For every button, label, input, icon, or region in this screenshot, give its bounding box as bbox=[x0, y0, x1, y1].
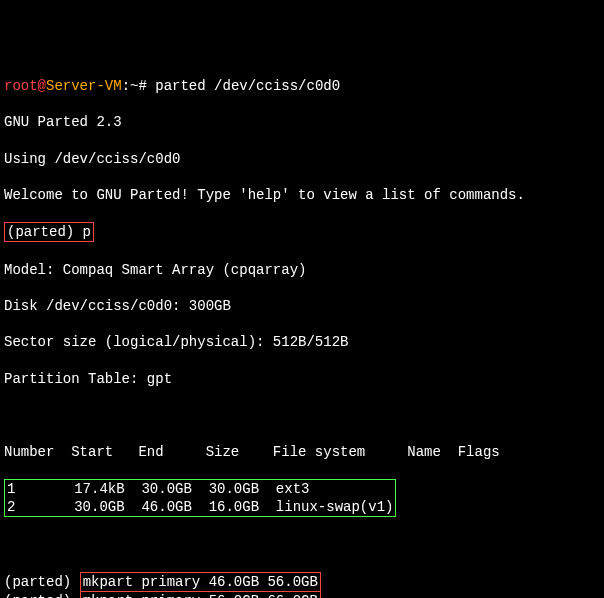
disk-line: Disk /dev/cciss/c0d0: 300GB bbox=[4, 297, 600, 315]
highlight-mkpart: mkpart primary 46.0GB 56.0GB bbox=[80, 572, 321, 592]
version-line: GNU Parted 2.3 bbox=[4, 113, 600, 131]
using-line: Using /dev/cciss/c0d0 bbox=[4, 150, 600, 168]
prompt-host: Server-VM bbox=[46, 78, 122, 94]
model-line: Model: Compaq Smart Array (cpqarray) bbox=[4, 261, 600, 279]
mkpart-line: (parted) mkpart primary 56.0GB 66.0GB bbox=[4, 592, 600, 598]
command-text: parted /dev/cciss/c0d0 bbox=[155, 78, 340, 94]
mkpart-line: (parted) mkpart primary 46.0GB 56.0GB bbox=[4, 572, 600, 592]
highlight-mkpart: mkpart primary 56.0GB 66.0GB bbox=[80, 592, 321, 598]
parted-prefix: (parted) bbox=[4, 593, 80, 598]
table-row: 1 17.4kB 30.0GB 30.0GB ext3 bbox=[7, 480, 393, 498]
welcome-line: Welcome to GNU Parted! Type 'help' to vi… bbox=[4, 186, 600, 204]
mkpart-cmd: mkpart primary 56.0GB 66.0GB bbox=[83, 593, 318, 598]
shell-prompt-line: root@Server-VM:~# parted /dev/cciss/c0d0 bbox=[4, 77, 600, 95]
mkpart-cmd: mkpart primary 46.0GB 56.0GB bbox=[83, 574, 318, 590]
prompt-user: root bbox=[4, 78, 38, 94]
highlight-table1: 1 17.4kB 30.0GB 30.0GB ext32 30.0GB 46.0… bbox=[4, 479, 396, 517]
table-row: 2 30.0GB 46.0GB 16.0GB linux-swap(v1) bbox=[7, 498, 393, 516]
blank-line-1 bbox=[4, 406, 600, 424]
prompt-hash: # bbox=[138, 78, 155, 94]
parted-prefix: (parted) bbox=[4, 574, 80, 590]
highlight-parted-p: (parted) p bbox=[4, 222, 94, 242]
table1-body: 1 17.4kB 30.0GB 30.0GB ext32 30.0GB 46.0… bbox=[4, 479, 600, 517]
prompt-at: @ bbox=[38, 78, 46, 94]
table1-header: Number Start End Size File system Name F… bbox=[4, 443, 600, 461]
parted-p-1: (parted) p bbox=[4, 222, 600, 242]
ptable-line: Partition Table: gpt bbox=[4, 370, 600, 388]
blank-line-2 bbox=[4, 535, 600, 553]
prompt-path: :~ bbox=[122, 78, 139, 94]
mkpart-block: (parted) mkpart primary 46.0GB 56.0GB(pa… bbox=[4, 572, 600, 598]
sector-line: Sector size (logical/physical): 512B/512… bbox=[4, 333, 600, 351]
